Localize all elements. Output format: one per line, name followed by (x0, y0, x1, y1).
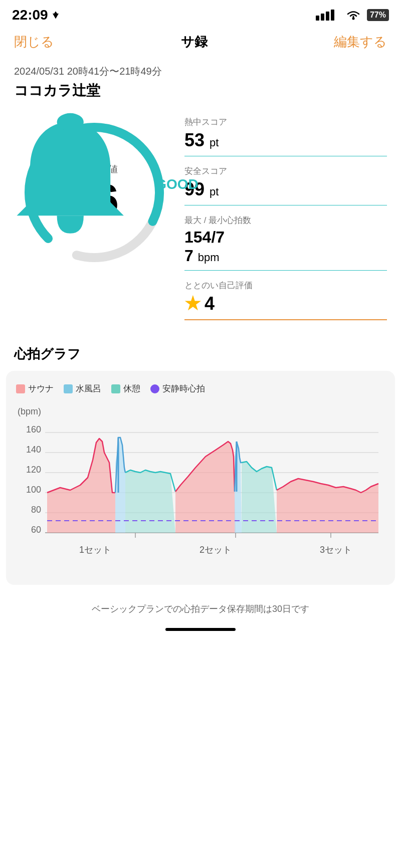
svg-marker-24 (125, 470, 175, 533)
svg-marker-28 (277, 479, 378, 533)
signal-icon (316, 10, 340, 21)
main-content: 2024/05/31 20時41分〜21時49分 ココカラ辻堂 ととのい値 76 (0, 57, 401, 329)
grade-text: GOOD (155, 176, 198, 192)
svg-rect-2 (326, 12, 329, 21)
svg-marker-25 (175, 442, 236, 533)
svg-text:100: 100 (26, 485, 41, 495)
stat-safety-score: 安全スコア 99 pt (184, 165, 387, 205)
stat-eval-value: ★ 4 (184, 293, 387, 314)
heart-rate-chart: (bpm) 160 140 120 100 80 60 (16, 402, 385, 573)
svg-rect-1 (321, 14, 324, 21)
legend-dot-water (64, 384, 73, 393)
nav-title: サ録 (181, 33, 208, 51)
wifi-icon (345, 10, 362, 21)
status-bar: 22:09 77% (0, 0, 401, 27)
stat-heart-rate: 最大 / 最小心拍数 154/77 bpm (184, 214, 387, 271)
bell-icon (0, 104, 150, 265)
svg-text:(bpm): (bpm) (18, 406, 41, 416)
battery-icon: 77% (367, 9, 389, 21)
nav-bar: 閉じる サ録 編集する (0, 27, 401, 57)
svg-text:1セット: 1セット (79, 545, 111, 555)
legend-dot-rest (111, 384, 120, 393)
svg-text:60: 60 (31, 525, 41, 535)
gauge-grade-area: GOOD (0, 104, 198, 265)
svg-marker-27 (242, 462, 277, 533)
stat-eval-label: ととのい自己評価 (184, 280, 387, 291)
stat-focus-value: 53 pt (184, 130, 387, 151)
legend-resting: 安静時心拍 (150, 383, 205, 394)
svg-marker-23 (115, 438, 125, 533)
graph-area: サウナ 水風呂 休憩 安静時心拍 (bpm) 160 140 120 (6, 371, 395, 585)
edit-button[interactable]: 編集する (334, 33, 387, 51)
stat-safety-value: 99 pt (184, 179, 387, 200)
legend-water: 水風呂 (64, 383, 101, 394)
svg-text:2セット: 2セット (199, 545, 232, 555)
stat-heart-label: 最大 / 最小心拍数 (184, 214, 387, 226)
circle-gauge: ととのい値 76 GOOD (14, 112, 174, 273)
stat-safety-label: 安全スコア (184, 165, 387, 177)
close-button[interactable]: 閉じる (14, 33, 54, 51)
star-icon: ★ (184, 293, 200, 314)
svg-point-4 (352, 18, 354, 20)
legend-sauna: サウナ (16, 383, 54, 394)
graph-title: 心拍グラフ (14, 345, 387, 363)
svg-text:3セット: 3セット (320, 545, 352, 555)
stat-self-eval: ととのい自己評価 ★ 4 (184, 280, 387, 320)
legend-dot-sauna (16, 384, 25, 393)
stat-heart-value: 154/77 bpm (184, 228, 387, 265)
score-section: ととのい値 76 GOOD 熱中スコア 53 pt 安全スコア (14, 112, 387, 329)
svg-rect-7 (57, 113, 84, 131)
home-indicator (165, 628, 236, 631)
svg-text:140: 140 (26, 445, 41, 455)
stat-focus-label: 熱中スコア (184, 116, 387, 128)
graph-section-wrapper: 心拍グラフ サウナ 水風呂 休憩 安静時心拍 (0, 345, 401, 585)
legend-dot-resting (150, 384, 159, 393)
legend-rest: 休憩 (111, 383, 140, 394)
bottom-notice: ベーシックプランでの心拍データ保存期間は30日です (0, 593, 401, 623)
star-value: 4 (205, 293, 215, 314)
svg-text:160: 160 (26, 424, 41, 435)
svg-text:80: 80 (31, 505, 41, 515)
svg-rect-3 (331, 10, 334, 21)
location-icon (51, 11, 60, 20)
status-time: 22:09 (12, 7, 60, 23)
session-place: ココカラ辻堂 (14, 81, 387, 100)
stat-focus-score: 熱中スコア 53 pt (184, 116, 387, 156)
svg-rect-0 (316, 16, 319, 21)
status-icons: 77% (316, 9, 389, 21)
svg-text:120: 120 (26, 465, 41, 475)
graph-legend: サウナ 水風呂 休憩 安静時心拍 (16, 383, 385, 394)
stats-panel: 熱中スコア 53 pt 安全スコア 99 pt 最大 / 最小心拍数 154/7… (184, 112, 387, 329)
session-date: 2024/05/31 20時41分〜21時49分 (14, 65, 387, 78)
chart-wrapper: (bpm) 160 140 120 100 80 60 (16, 402, 385, 575)
